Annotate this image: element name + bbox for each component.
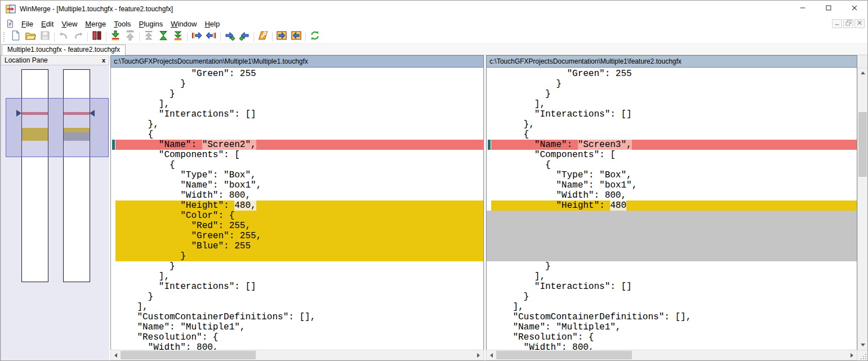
gap-line[interactable] xyxy=(487,251,857,261)
menu-merge[interactable]: Merge xyxy=(81,19,110,29)
code-line[interactable]: "Width": 800, xyxy=(487,342,857,350)
code-line[interactable]: "Green": 255, xyxy=(111,231,483,241)
menu-tools[interactable]: Tools xyxy=(110,19,135,29)
code-line[interactable]: "Type": "Box", xyxy=(111,170,483,180)
location-pane-close-icon[interactable]: x xyxy=(100,57,108,64)
right-hscroll-thumb[interactable] xyxy=(496,351,632,359)
toolbar-grip[interactable] xyxy=(3,32,5,42)
maximize-button[interactable] xyxy=(816,1,842,17)
menu-file[interactable]: File xyxy=(17,19,37,29)
scroll-up-icon[interactable] xyxy=(858,68,867,78)
mdi-restore-button[interactable] xyxy=(843,19,853,28)
copy-left-and-advance-button[interactable] xyxy=(237,30,252,43)
code-line[interactable]: ], xyxy=(111,302,483,312)
code-line[interactable]: }, xyxy=(487,119,857,130)
next-difference-button[interactable] xyxy=(108,30,123,43)
code-line[interactable]: } xyxy=(111,261,483,271)
code-line[interactable]: } xyxy=(487,79,857,89)
gap-line[interactable] xyxy=(487,211,857,221)
code-line[interactable]: ], xyxy=(487,271,857,282)
code-line[interactable]: { xyxy=(111,160,483,170)
mdi-close-button[interactable] xyxy=(854,19,865,28)
code-line[interactable]: ], xyxy=(487,302,857,312)
code-line[interactable]: } xyxy=(487,292,857,302)
code-line[interactable]: "Resolution": { xyxy=(487,332,857,342)
code-line[interactable]: } xyxy=(487,89,857,99)
code-line[interactable]: ], xyxy=(111,99,483,109)
last-difference-button[interactable] xyxy=(171,30,185,43)
mdi-minimize-button[interactable] xyxy=(832,19,842,28)
current-difference-button[interactable] xyxy=(156,30,171,43)
code-line[interactable]: ], xyxy=(111,271,483,282)
code-line[interactable]: { xyxy=(487,160,857,170)
code-line[interactable]: } xyxy=(487,261,857,271)
code-line[interactable]: "Name": "Screen2", xyxy=(111,140,483,150)
code-line[interactable]: "Name": "box1", xyxy=(487,180,857,190)
scroll-right-icon[interactable] xyxy=(847,350,857,360)
refresh-button[interactable] xyxy=(308,30,322,43)
menu-edit[interactable]: Edit xyxy=(37,19,57,29)
code-line[interactable]: } xyxy=(111,79,483,89)
code-line[interactable]: "Components": [ xyxy=(487,150,857,160)
code-line[interactable]: "Height": 480, xyxy=(111,200,483,211)
code-line[interactable]: "Interactions": [] xyxy=(487,282,857,292)
copy-right-button[interactable] xyxy=(189,30,204,43)
location-map-canvas[interactable] xyxy=(1,65,109,360)
open-file-button[interactable] xyxy=(23,30,38,43)
code-line[interactable]: "Width": 800, xyxy=(111,342,483,350)
code-line[interactable]: "CustomContainerDefinitions": [], xyxy=(487,312,857,322)
select-line-difference-button[interactable] xyxy=(90,30,104,43)
code-line[interactable]: } xyxy=(111,251,483,261)
code-line[interactable]: "Width": 800, xyxy=(111,190,483,200)
code-line[interactable]: "Name": "Multiple1", xyxy=(487,322,857,332)
copy-all-right-button[interactable] xyxy=(274,30,289,43)
code-line[interactable]: "Green": 255 xyxy=(111,69,483,79)
code-line[interactable]: "Interactions": [] xyxy=(111,109,483,119)
code-line[interactable]: "CustomContainerDefinitions": [], xyxy=(111,312,483,322)
menu-view[interactable]: View xyxy=(57,19,81,29)
code-line[interactable]: } xyxy=(111,292,483,302)
code-line[interactable]: "Interactions": [] xyxy=(111,282,483,292)
code-line[interactable]: ], xyxy=(487,99,857,109)
left-editor-body[interactable]: "Green": 255 } } ], "Interactions": [] }… xyxy=(110,68,484,350)
code-line[interactable]: "Name": "Multiple1", xyxy=(111,322,483,332)
code-line[interactable]: } xyxy=(111,89,483,99)
right-file-path-header[interactable]: c:\TouchGFXProjectsDocumentation\Multipl… xyxy=(486,55,857,68)
copy-left-button[interactable] xyxy=(204,30,219,43)
code-line[interactable]: "Name": "Screen3", xyxy=(487,140,857,150)
scroll-left-icon[interactable] xyxy=(487,350,496,360)
code-line[interactable]: "Green": 255 xyxy=(487,69,857,79)
left-hscroll-thumb[interactable] xyxy=(121,351,256,359)
tab-compare-document[interactable]: Multiple1.touchgfx - feature2.touchgfx xyxy=(2,44,126,55)
right-horizontal-scrollbar[interactable] xyxy=(486,350,857,360)
code-line[interactable]: "Width": 800, xyxy=(487,190,857,200)
close-button[interactable] xyxy=(842,1,867,17)
gap-line[interactable] xyxy=(487,231,857,241)
left-horizontal-scrollbar[interactable] xyxy=(110,350,484,360)
code-line[interactable]: "Color": { xyxy=(111,211,483,221)
minimize-button[interactable] xyxy=(790,1,816,17)
code-line[interactable]: "Height": 480 xyxy=(487,200,857,211)
scroll-down-icon[interactable] xyxy=(858,340,867,350)
code-line[interactable]: }, xyxy=(111,119,483,130)
code-line[interactable]: "Blue": 255 xyxy=(111,241,483,251)
code-line[interactable]: "Resolution": { xyxy=(111,332,483,342)
code-line[interactable]: "Type": "Box", xyxy=(487,170,857,180)
left-file-path-header[interactable]: c:\TouchGFXProjectsDocumentation\Multipl… xyxy=(110,55,484,68)
gap-line[interactable] xyxy=(487,221,857,231)
location-viewport-overlay[interactable] xyxy=(6,98,109,157)
resize-grip[interactable] xyxy=(857,350,868,361)
scroll-left-icon[interactable] xyxy=(111,350,121,360)
code-line[interactable]: "Interactions": [] xyxy=(487,109,857,119)
scroll-right-icon[interactable] xyxy=(474,350,483,360)
code-line[interactable]: "Red": 255, xyxy=(111,221,483,231)
copy-all-left-button[interactable] xyxy=(289,30,304,43)
code-line[interactable]: "Components": [ xyxy=(111,150,483,160)
vertical-scrollbar[interactable] xyxy=(857,68,868,350)
document-icon[interactable] xyxy=(6,19,15,28)
menu-plugins[interactable]: Plugins xyxy=(135,19,167,29)
menu-help[interactable]: Help xyxy=(201,19,224,29)
copy-right-and-advance-button[interactable] xyxy=(222,30,237,43)
code-line[interactable]: { xyxy=(111,130,483,140)
code-line[interactable]: { xyxy=(487,130,857,140)
